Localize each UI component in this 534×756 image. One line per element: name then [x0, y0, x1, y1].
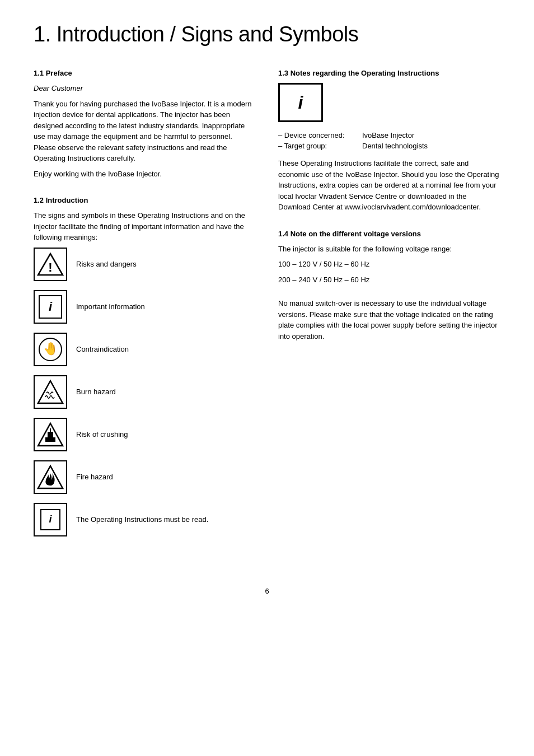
svg-text:🤚: 🤚 — [43, 341, 59, 356]
section-1-1-body2: Enjoy working with the IvoBase Injector. — [34, 169, 256, 180]
section-1-1-heading: 1.1 Preface — [34, 69, 256, 77]
target-label: – Target group: — [278, 142, 362, 150]
section-1-4-heading: 1.4 Note on the different voltage versio… — [278, 230, 500, 238]
device-label: – Device concerned: — [278, 131, 362, 139]
page-number: 6 — [34, 587, 500, 595]
contraindication-label: Contraindication — [76, 345, 129, 353]
important-info-label: Important information — [76, 302, 145, 311]
fire-hazard-label: Fire hazard — [76, 473, 113, 481]
voltage-range-1: 100 – 120 V / 50 Hz – 60 Hz — [278, 259, 500, 270]
page-title: 1. Introduction / Signs and Symbols — [34, 22, 500, 46]
symbol-risks-dangers: ! Risks and dangers — [34, 248, 256, 281]
section-1-3-heading: 1.3 Notes regarding the Operating Instru… — [278, 69, 500, 77]
manual-read-label: The Operating Instructions must be read. — [76, 515, 208, 524]
voltage-range-2: 200 – 240 V / 50 Hz – 60 Hz — [278, 274, 500, 286]
svg-text:!: ! — [48, 260, 52, 274]
symbol-manual-read: The Operating Instructions must be read. — [34, 503, 256, 536]
symbol-burn-hazard: Burn hazard — [34, 375, 256, 409]
section-1-2: 1.2 Introduction The signs and symbols i… — [34, 196, 256, 536]
risks-dangers-icon: ! — [34, 248, 67, 281]
symbol-important-info: Important information — [34, 290, 256, 324]
risk-crushing-label: Risk of crushing — [76, 430, 128, 438]
section-1-3-icon: i — [278, 83, 323, 122]
device-info-table: – Device concerned: IvoBase Injector – T… — [278, 131, 500, 150]
section-1-2-body: The signs and symbols in these Operating… — [34, 210, 256, 243]
svg-rect-7 — [48, 432, 53, 437]
burn-hazard-label: Burn hazard — [76, 388, 116, 396]
contraindication-icon: 🤚 — [34, 333, 67, 366]
section-1-3-body: These Operating Instructions facilitate … — [278, 158, 500, 213]
section-1-1-body1: Thank you for having purchased the IvoBa… — [34, 99, 256, 164]
risk-crushing-icon — [34, 418, 67, 451]
svg-marker-4 — [38, 381, 63, 403]
manual-read-icon — [34, 503, 67, 536]
fire-hazard-icon — [34, 460, 67, 494]
section-1-1: 1.1 Preface Dear Customer Thank you for … — [34, 69, 256, 179]
symbol-risk-crushing: Risk of crushing — [34, 418, 256, 451]
section-1-4-body1: The injector is suitable for the followi… — [278, 244, 500, 255]
burn-hazard-icon — [34, 375, 67, 409]
target-value: Dental technologists — [362, 142, 428, 150]
risks-dangers-label: Risks and dangers — [76, 260, 137, 268]
section-1-2-heading: 1.2 Introduction — [34, 196, 256, 204]
section-1-4-body2: No manual switch-over is necessary to us… — [278, 298, 500, 342]
symbol-contraindication: 🤚 Contraindication — [34, 333, 256, 366]
svg-rect-6 — [45, 437, 55, 442]
device-value: IvoBase Injector — [362, 131, 414, 139]
section-1-1-salutation: Dear Customer — [34, 83, 256, 94]
important-info-icon — [34, 290, 67, 324]
symbol-fire-hazard: Fire hazard — [34, 460, 256, 494]
section-1-4: 1.4 Note on the different voltage versio… — [278, 230, 500, 342]
section-1-3: 1.3 Notes regarding the Operating Instru… — [278, 69, 500, 213]
